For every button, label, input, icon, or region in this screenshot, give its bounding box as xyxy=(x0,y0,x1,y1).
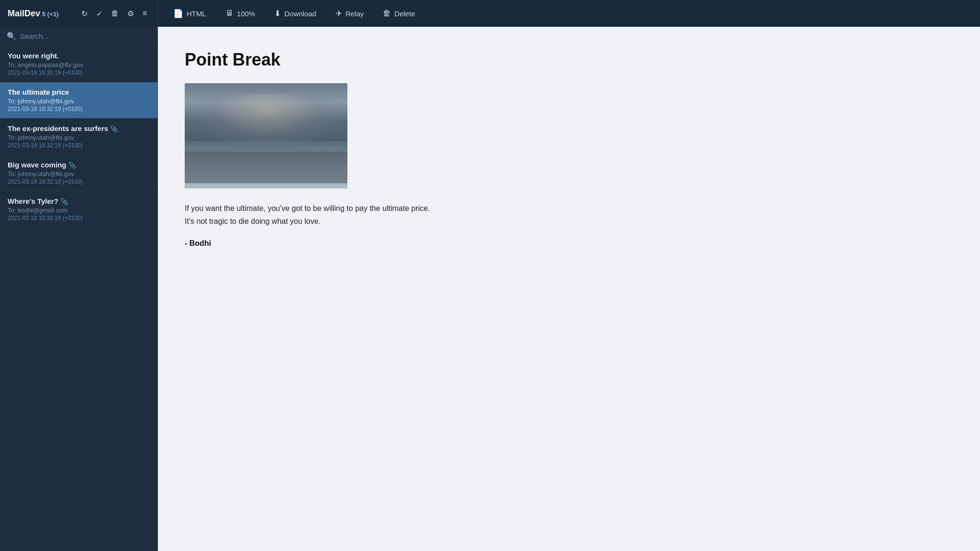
email-preview: Point Break If you want the ultimate, yo… xyxy=(158,27,980,551)
attachment-icon: 📎 xyxy=(110,125,118,132)
attachment-icon: 📎 xyxy=(60,198,68,205)
html-icon: 📄 xyxy=(173,9,183,19)
topbar: MailDev5 (+1) ↻ ✓ 🗑 ⚙ ≡ 📄 HTML 🖥 100% ⬇ … xyxy=(0,0,980,27)
check-button[interactable]: ✓ xyxy=(93,7,105,20)
email-item-subject: The ex-presidents are surfers📎 xyxy=(8,124,150,132)
email-item-subject: Big wave coming📎 xyxy=(8,161,150,169)
app-title: MailDev5 (+1) xyxy=(8,9,58,19)
email-item-date: 2021-03-18 16:32:19 (+0100) xyxy=(8,178,150,185)
email-toolbar: 📄 HTML 🖥 100% ⬇ Download ✈ Relay 🗑 Delet… xyxy=(158,0,980,27)
email-item-date: 2021-03-18 16:32:19 (+0100) xyxy=(8,69,150,76)
html-button[interactable]: 📄 HTML xyxy=(169,7,210,21)
sidebar-header: MailDev5 (+1) ↻ ✓ 🗑 ⚙ ≡ xyxy=(0,0,158,27)
email-image xyxy=(185,83,347,188)
email-subject-title: Point Break xyxy=(185,50,953,70)
delete-all-button[interactable]: 🗑 xyxy=(108,7,122,20)
relay-icon: ✈ xyxy=(335,9,342,19)
delete-button[interactable]: 🗑 Delete xyxy=(379,7,419,20)
email-list-item[interactable]: The ultimate priceTo: johnny.utah@fbi.go… xyxy=(0,82,157,119)
email-item-date: 2021-03-18 16:32:19 (+0100) xyxy=(8,106,150,112)
main-layout: 🔍 You were right.To: angelo.pappas@fbi.g… xyxy=(0,27,980,551)
monitor-icon: 🖥 xyxy=(225,9,234,18)
email-item-to: To: angelo.pappas@fbi.gov xyxy=(8,61,150,68)
settings-button[interactable]: ⚙ xyxy=(124,7,137,20)
download-button[interactable]: ⬇ Download xyxy=(270,7,320,21)
email-item-to: To: johnny.utah@fbi.gov xyxy=(8,134,150,141)
sidebar: 🔍 You were right.To: angelo.pappas@fbi.g… xyxy=(0,27,158,551)
search-input-wrapper: 🔍 xyxy=(7,32,151,41)
email-signature: - Bodhi xyxy=(185,239,953,248)
email-list: You were right.To: angelo.pappas@fbi.gov… xyxy=(0,46,157,551)
search-input[interactable] xyxy=(20,32,151,40)
sidebar-toolbar: ↻ ✓ 🗑 ⚙ ≡ xyxy=(78,7,150,20)
email-item-date: 2021-03-18 16:32:19 (+0100) xyxy=(8,142,150,149)
zoom-button[interactable]: 🖥 100% xyxy=(222,7,259,20)
email-item-to: To: johnny.utah@fbi.gov xyxy=(8,170,150,177)
email-item-subject: You were right. xyxy=(8,52,150,60)
refresh-button[interactable]: ↻ xyxy=(78,7,90,20)
email-list-item[interactable]: You were right.To: angelo.pappas@fbi.gov… xyxy=(0,46,157,82)
trash-icon: 🗑 xyxy=(383,9,391,18)
email-item-to: To: johnny.utah@fbi.gov xyxy=(8,98,150,105)
download-icon: ⬇ xyxy=(274,9,281,19)
config-button[interactable]: ≡ xyxy=(140,7,150,20)
attachment-icon: 📎 xyxy=(68,162,76,169)
app-badge: 5 (+1) xyxy=(42,11,58,18)
email-list-item[interactable]: Big wave coming📎To: johnny.utah@fbi.gov2… xyxy=(0,155,157,191)
search-icon: 🔍 xyxy=(7,32,16,41)
email-item-subject: The ultimate price xyxy=(8,88,150,96)
email-item-to: To: bodhi@gmail.com xyxy=(8,207,150,214)
email-list-item[interactable]: Where's Tyler?📎To: bodhi@gmail.com2021-0… xyxy=(0,191,157,228)
relay-button[interactable]: ✈ Relay xyxy=(332,7,368,21)
email-item-date: 2021-03-18 16:32:19 (+0100) xyxy=(8,215,150,221)
search-bar: 🔍 xyxy=(0,27,157,46)
email-list-item[interactable]: The ex-presidents are surfers📎To: johnny… xyxy=(0,119,157,155)
email-item-subject: Where's Tyler?📎 xyxy=(8,197,150,205)
email-body: If you want the ultimate, you've got to … xyxy=(185,202,529,228)
